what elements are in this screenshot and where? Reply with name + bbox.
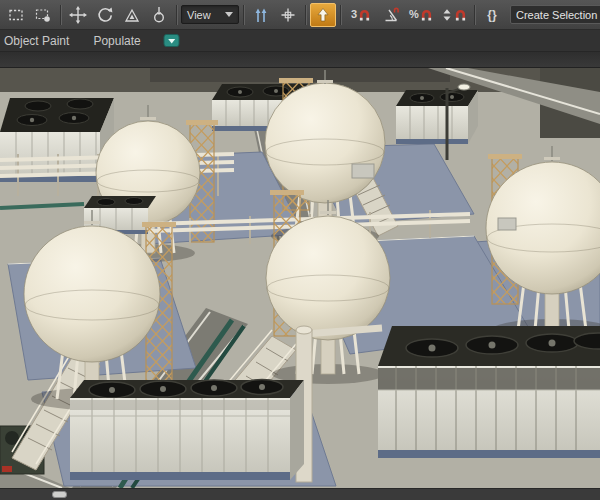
keyboard-override-toggle-icon [314, 6, 332, 24]
tab-populate[interactable]: Populate [81, 30, 152, 51]
paint-selection-region-icon [34, 6, 52, 24]
use-pivot-center-icon [252, 6, 270, 24]
select-and-move-button[interactable] [65, 3, 91, 27]
percent-snap-icon [420, 8, 433, 21]
snap-3d-label: 3 [351, 9, 357, 20]
use-pivot-center-button[interactable] [248, 3, 274, 27]
ribbon-tab-bar: Object Paint Populate [0, 30, 600, 52]
reference-coordinate-value: View [187, 9, 211, 21]
chevron-down-icon [225, 12, 233, 17]
tab-object-paint[interactable]: Object Paint [0, 30, 81, 51]
rectangular-selection-region-icon [7, 6, 25, 24]
toolbar-separator [305, 5, 306, 25]
toolbar-separator [176, 5, 177, 25]
tab-populate-label: Populate [93, 34, 140, 48]
cooling-tower-bank-bottom-right[interactable] [378, 326, 600, 458]
select-and-move-icon [69, 6, 87, 24]
snap-toggle-3d-button[interactable]: 3 [345, 3, 377, 27]
select-and-place-button[interactable] [146, 3, 172, 27]
named-selection-sets-button[interactable]: {} [479, 3, 505, 27]
angle-snap-button[interactable] [378, 3, 404, 27]
angle-snap-icon [382, 6, 400, 24]
select-and-scale-icon [123, 6, 141, 24]
toolbar-separator [60, 5, 61, 25]
scene-industrial-plant [0, 68, 600, 488]
populate-flyout-button[interactable] [163, 33, 181, 48]
select-and-scale-button[interactable] [119, 3, 145, 27]
toolbar-separator [340, 5, 341, 25]
ribbon-collapsed-strip [0, 52, 600, 68]
spinner-snap-magnet-icon [454, 8, 467, 21]
snap-toggle-3d-icon [358, 8, 371, 21]
viewport[interactable] [0, 68, 600, 488]
populate-flyout-icon [163, 33, 181, 48]
3dsmax-window: View 3 [0, 0, 600, 500]
toolbar-separator [243, 5, 244, 25]
cooling-tower-bank-bottom-center[interactable] [70, 380, 304, 481]
percent-snap-button[interactable]: % [405, 3, 437, 27]
tab-object-paint-label: Object Paint [4, 34, 69, 48]
paint-selection-region-button[interactable] [30, 3, 56, 27]
named-selection-sets-icon: {} [487, 9, 496, 21]
select-and-manipulate-icon [279, 6, 297, 24]
selection-set-input[interactable] [511, 9, 600, 21]
keyboard-override-toggle-button[interactable] [310, 3, 336, 27]
statusbar-handle[interactable] [52, 491, 67, 498]
select-and-manipulate-button[interactable] [275, 3, 301, 27]
main-toolbar: View 3 [0, 0, 600, 30]
bottom-strip [0, 488, 600, 500]
select-and-rotate-icon [96, 6, 114, 24]
rectangular-selection-region-button[interactable] [3, 3, 29, 27]
select-and-place-icon [150, 6, 168, 24]
percent-snap-label: % [409, 9, 419, 20]
select-and-rotate-button[interactable] [92, 3, 118, 27]
cooling-tower-bank-right[interactable] [396, 90, 478, 144]
toolbar-separator [474, 5, 475, 25]
spinner-snap-icon [441, 6, 453, 24]
spinner-snap-button[interactable] [438, 3, 470, 27]
reference-coordinate-dropdown[interactable]: View [181, 5, 239, 24]
selection-set-combobox[interactable] [510, 5, 600, 24]
